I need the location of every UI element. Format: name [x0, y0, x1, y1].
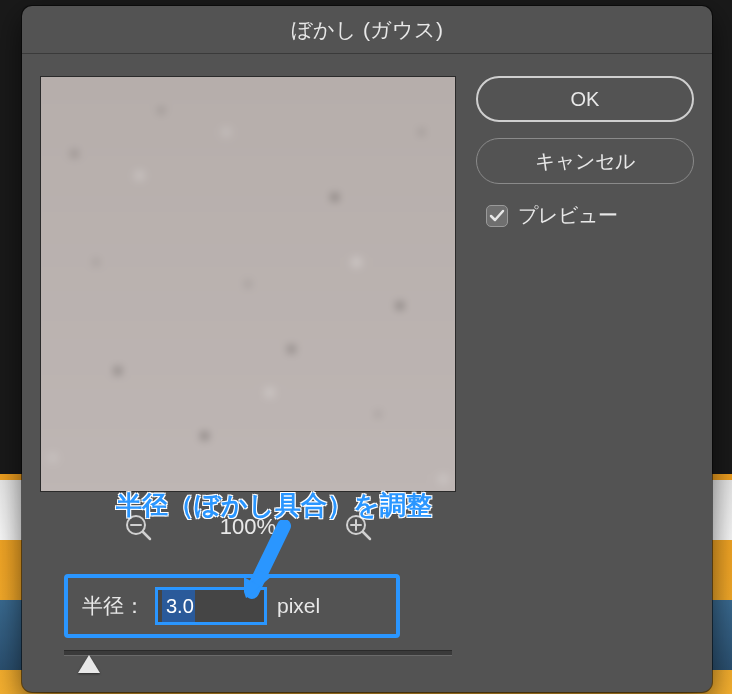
button-column: OK キャンセル プレビュー — [476, 76, 694, 229]
preview-checkbox[interactable] — [486, 205, 508, 227]
zoom-out-icon — [124, 513, 152, 541]
zoom-out-button[interactable] — [123, 512, 153, 542]
zoom-controls: 100% — [40, 504, 456, 550]
zoom-percent-label: 100% — [213, 514, 283, 540]
cancel-button-label: キャンセル — [535, 148, 635, 175]
dialog-title: ぼかし (ガウス) — [291, 16, 443, 44]
preview-noise-texture — [40, 76, 456, 492]
ok-button-label: OK — [571, 88, 600, 111]
radius-label: 半径： — [82, 592, 145, 620]
dialog-titlebar: ぼかし (ガウス) — [22, 6, 712, 54]
radius-input[interactable] — [157, 589, 265, 623]
radius-slider-thumb[interactable] — [78, 655, 100, 673]
zoom-in-icon — [344, 513, 372, 541]
radius-slider-track[interactable] — [64, 650, 452, 656]
zoom-in-button[interactable] — [343, 512, 373, 542]
svg-line-6 — [363, 532, 370, 539]
ok-button[interactable]: OK — [476, 76, 694, 122]
preview-checkbox-row: プレビュー — [486, 202, 694, 229]
radius-unit-label: pixel — [277, 594, 320, 618]
preview-image[interactable] — [40, 76, 456, 492]
dialog-content: OK キャンセル プレビュー 半径（ぼかし具合）を調整 — [22, 54, 712, 692]
checkmark-icon — [489, 208, 505, 224]
radius-highlight-box: 半径： pixel — [64, 574, 400, 638]
cancel-button[interactable]: キャンセル — [476, 138, 694, 184]
gaussian-blur-dialog: ぼかし (ガウス) OK キャンセル プレビュー 半径（ぼかし具合）を調整 — [22, 6, 712, 692]
svg-line-3 — [143, 532, 150, 539]
preview-checkbox-label: プレビュー — [518, 202, 618, 229]
